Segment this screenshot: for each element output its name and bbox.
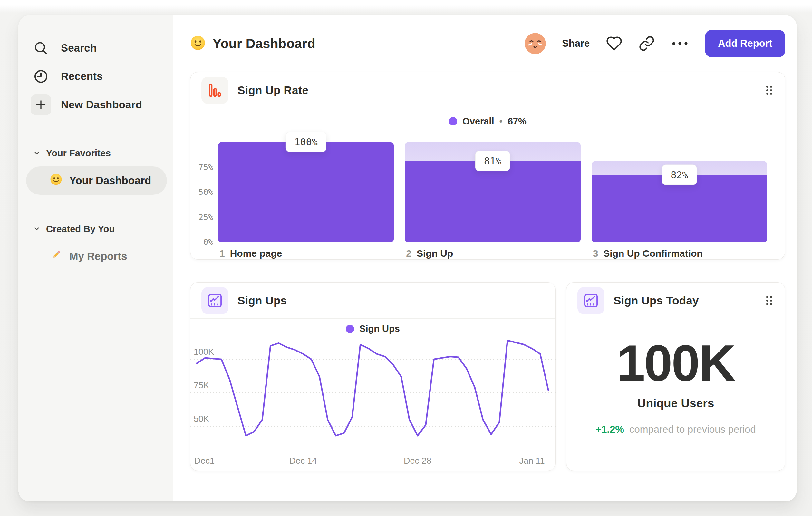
funnel-value-label: 82% [662, 165, 697, 185]
card-header: Sign Ups Today [567, 282, 785, 319]
funnel-step-label: 1 Home page [218, 242, 394, 265]
more-options-icon[interactable] [671, 39, 689, 48]
drag-handle-icon[interactable] [764, 294, 774, 307]
y-tick: 50% [199, 187, 213, 197]
card-title: Sign Ups [237, 294, 287, 307]
add-report-button[interactable]: Add Report [705, 30, 785, 57]
favorites-section: Your Favorites Your Dashboard [31, 148, 165, 195]
funnel-y-axis: 75% 50% 25% 0% [193, 142, 218, 242]
created-by-you-section: Created By You My Reports [31, 224, 165, 271]
line-legend: Sign Ups [191, 319, 555, 339]
step-number: 2 [406, 248, 411, 259]
sidebar-item-recents[interactable]: Recents [31, 62, 165, 91]
sidebar-item-label: My Reports [69, 250, 127, 263]
funnel-bar-total [218, 142, 394, 242]
sidebar-item-my-reports[interactable]: My Reports [26, 242, 167, 271]
card-header: Sign Up Rate [191, 72, 785, 108]
x-tick-label: Dec 28 [404, 456, 431, 466]
smiley-emoji [190, 35, 206, 52]
legend-separator: • [499, 116, 503, 127]
sign-ups-card: Sign Ups Sign Ups 100K75K50K Dec1Dec 14D… [190, 282, 555, 471]
funnel-value-label: 100% [286, 132, 326, 152]
funnel-step-label: 3 Sign Up Confirmation [591, 242, 767, 265]
app-window: Search Recents New Dashboard [18, 15, 797, 501]
sidebar-item-label: Recents [61, 70, 103, 83]
sign-up-rate-card: Sign Up Rate Overall • 67% [190, 72, 785, 260]
legend-label: Overall [462, 116, 494, 127]
funnel-step-sign-up: 81% 2 Sign Up [405, 132, 580, 265]
dashboard-content: Sign Up Rate Overall • 67% [173, 72, 797, 471]
line-chart-icon [201, 287, 228, 314]
main-area: Your Dashboard Share [173, 15, 797, 501]
share-button[interactable]: Share [562, 38, 590, 49]
line-x-axis: Dec1Dec 14Dec 28Jan 11 [191, 451, 555, 470]
step-number: 1 [220, 248, 225, 259]
line-chart-icon [577, 287, 605, 314]
title-group: Your Dashboard [190, 35, 315, 52]
metric-body: 100K Unique Users +1.2% compared to prev… [567, 319, 785, 470]
pencil-emoji [50, 249, 62, 264]
metric-delta: +1.2% [596, 424, 624, 435]
funnel-bar[interactable]: 82% [591, 142, 767, 242]
section-title: Created By You [46, 224, 115, 235]
card-title: Sign Ups Today [613, 294, 699, 307]
chevron-down-icon [33, 225, 40, 234]
smiley-emoji [50, 173, 62, 188]
x-tick-label: Dec 14 [289, 456, 317, 466]
card-header: Sign Ups [191, 282, 555, 319]
funnel-step-home-page: 100% 1 Home page [218, 132, 394, 265]
metric-label: Unique Users [637, 397, 714, 410]
legend-value: 67% [508, 116, 526, 127]
copy-link-icon[interactable] [639, 35, 655, 52]
favorites-section-header[interactable]: Your Favorites [31, 148, 165, 159]
card-title: Sign Up Rate [237, 84, 308, 97]
page-title: Your Dashboard [213, 36, 315, 51]
funnel-value-label: 81% [475, 151, 510, 171]
funnel-bar[interactable]: 81% [405, 142, 580, 242]
sidebar-item-label: New Dashboard [61, 99, 142, 111]
avatar[interactable] [525, 33, 546, 54]
y-tick: 0% [203, 237, 213, 247]
signups-series-line [197, 341, 548, 436]
y-tick-label: 75K [194, 381, 209, 390]
created-section-header[interactable]: Created By You [31, 224, 165, 235]
funnel-step-label: 2 Sign Up [405, 242, 580, 265]
x-tick-label: Dec1 [194, 456, 214, 466]
sidebar-item-new-dashboard[interactable]: New Dashboard [31, 91, 165, 119]
section-title: Your Favorites [46, 148, 111, 159]
header-actions: Share Add Report [525, 30, 785, 57]
sidebar-item-search[interactable]: Search [31, 34, 165, 62]
legend-label: Sign Ups [359, 323, 400, 334]
sidebar-item-label: Your Dashboard [69, 174, 151, 187]
sidebar-item-label: Search [61, 42, 97, 54]
funnel-bar-converted [405, 161, 580, 242]
metric-value: 100K [617, 337, 735, 388]
step-name: Sign Up Confirmation [603, 248, 702, 259]
legend-dot [449, 117, 457, 126]
funnel-chart: 75% 50% 25% 0% 100% 1 [191, 132, 785, 265]
sidebar: Search Recents New Dashboard [18, 15, 173, 501]
step-number: 3 [593, 248, 598, 259]
funnel-bar-converted [218, 142, 394, 242]
funnel-columns: 100% 1 Home page 81% [218, 132, 767, 265]
metric-delta-row: +1.2% compared to previous period [596, 424, 756, 435]
funnel-chart-icon [201, 77, 228, 104]
y-tick: 25% [199, 212, 213, 222]
x-tick-label: Jan 11 [519, 456, 545, 466]
funnel-step-sign-up-confirmation: 82% 3 Sign Up Confirmation [591, 132, 767, 265]
y-tick: 75% [199, 162, 213, 171]
y-tick-label: 50K [194, 414, 209, 424]
legend-dot [346, 325, 354, 333]
clock-icon [31, 66, 51, 87]
search-icon [31, 38, 51, 58]
chevron-down-icon [33, 149, 40, 158]
funnel-bar[interactable]: 100% [218, 142, 394, 242]
plus-icon [31, 94, 51, 115]
y-tick-label: 100K [194, 347, 214, 357]
favorite-heart-icon[interactable] [606, 35, 622, 52]
sidebar-item-your-dashboard[interactable]: Your Dashboard [26, 166, 167, 195]
sign-ups-line-chart[interactable]: 100K75K50K [191, 339, 555, 451]
funnel-legend: Overall • 67% [191, 111, 785, 132]
drag-handle-icon[interactable] [764, 84, 774, 97]
sign-ups-today-card: Sign Ups Today 100K Unique Users [566, 282, 785, 471]
